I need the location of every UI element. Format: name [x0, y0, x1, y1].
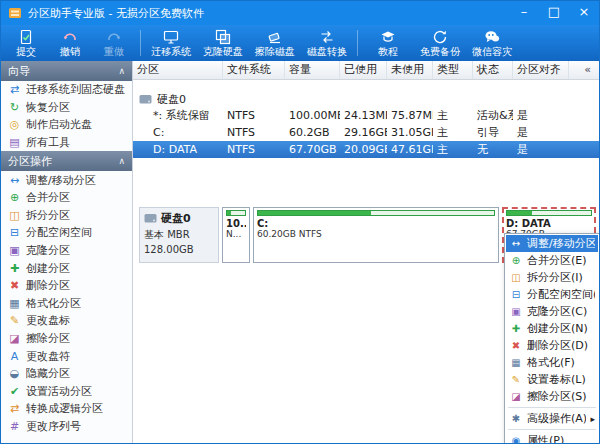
- sidebar-item-label: 所有工具: [26, 135, 70, 150]
- maximize-button[interactable]: □: [539, 1, 569, 25]
- sidebar-item-change-serial[interactable]: # 更改序列号: [1, 418, 132, 436]
- column-status[interactable]: 状态: [473, 61, 513, 79]
- partition-block-system-reserved[interactable]: 10... N...: [222, 207, 250, 263]
- split-partition-icon: ◫: [509, 272, 523, 283]
- menu-item-clone[interactable]: ▣ 克隆分区(C): [506, 303, 598, 320]
- column-type[interactable]: 类型: [433, 61, 473, 79]
- migrate-os-icon: [163, 29, 179, 45]
- column-capacity[interactable]: 容量: [285, 61, 340, 79]
- menu-item-resize-move[interactable]: ↔ 调整/移动分区(R): [506, 235, 598, 252]
- menu-item-delete[interactable]: ✖ 删除分区(D): [506, 337, 598, 354]
- free-backup-button[interactable]: 免费备份: [414, 26, 466, 60]
- menu-item-allocate-free-space[interactable]: ⊟ 分配空闲空间(Y): [506, 286, 598, 303]
- menu-item-label: 合并分区(E): [527, 253, 587, 268]
- commit-button[interactable]: 提交: [4, 26, 48, 60]
- usage-bar: [506, 210, 592, 216]
- menu-item-wipe[interactable]: ◪ 擦除分区(S): [506, 388, 598, 405]
- table-row-c[interactable]: C: NTFS 60.2GB 29.16GB 31.05GB 主 引导 是: [133, 124, 599, 141]
- sidebar-item-label: 更改盘标: [26, 313, 70, 328]
- disk-icon: [139, 94, 152, 105]
- sidebar-item-all-tools[interactable]: ▤ 所有工具: [1, 134, 132, 152]
- sidebar-item-set-active[interactable]: ✔ 设置活动分区: [1, 383, 132, 401]
- undo-button[interactable]: 撤销: [48, 26, 92, 60]
- sidebar-item-label: 更改盘符: [26, 349, 70, 364]
- create-partition-icon: ✚: [8, 262, 21, 275]
- sidebar-item-merge[interactable]: ⊕ 合并分区: [1, 189, 132, 207]
- sidebar-item-allocate-free-space[interactable]: ⊟ 分配空闲空间: [1, 224, 132, 242]
- cell-used: 20.09GB: [340, 141, 387, 158]
- partition-block-c[interactable]: C: 60.20GB NTFS: [253, 207, 499, 263]
- cell-alignment: 是: [513, 141, 569, 158]
- clone-disk-button[interactable]: 克隆硬盘: [197, 26, 249, 60]
- menu-item-advanced[interactable]: ✱ 高级操作(A) ▸: [506, 410, 598, 427]
- column-used[interactable]: 已使用: [340, 61, 387, 79]
- menu-item-label: 擦除分区(S): [527, 389, 587, 404]
- sidebar-section-wizard[interactable]: 向导 ∧: [1, 61, 132, 81]
- sidebar-item-split[interactable]: ◫ 拆分分区: [1, 207, 132, 225]
- commit-check-icon: [18, 29, 34, 45]
- wechat-button[interactable]: 微信容灾: [466, 26, 518, 60]
- column-unused[interactable]: 未使用: [387, 61, 433, 79]
- wipe-disk-button[interactable]: 擦除磁盘: [249, 26, 301, 60]
- menu-item-create[interactable]: ✚ 创建分区(N): [506, 320, 598, 337]
- tutorial-button[interactable]: 教程: [362, 26, 414, 60]
- sidebar-item-hide-partition[interactable]: ◒ 隐藏分区: [1, 365, 132, 383]
- commit-label: 提交: [16, 46, 36, 57]
- sidebar-item-label: 更改序列号: [26, 419, 81, 434]
- convert-disk-button[interactable]: 磁盘转换: [301, 26, 353, 60]
- sidebar-item-label: 删除分区: [26, 278, 70, 293]
- sidebar-item-convert-logical[interactable]: ⇄ 转换成逻辑分区: [1, 400, 132, 418]
- menu-item-merge[interactable]: ⊕ 合并分区(E): [506, 252, 598, 269]
- menu-item-set-label[interactable]: ✎ 设置卷标(L): [506, 371, 598, 388]
- table-row-system-reserved[interactable]: *: 系统保留 NTFS 100.00MB 24.13MB 75.87MB 主 …: [133, 107, 599, 124]
- menu-item-label: 拆分分区(I): [527, 270, 583, 285]
- sidebar-item-migrate-os-to-ssd[interactable]: ⇄ 迁移系统到固态硬盘: [1, 81, 132, 99]
- merge-partition-icon: ⊕: [509, 255, 523, 266]
- sidebar-item-label: 恢复分区: [26, 100, 70, 115]
- app-icon: [8, 6, 22, 20]
- migrate-os-label: 迁移系统: [151, 46, 191, 57]
- sidebar-item-wipe-partition[interactable]: ◪ 擦除分区: [1, 330, 132, 348]
- window-title: 分区助手专业版 - 无损分区免费软件: [28, 6, 204, 21]
- sidebar-section-partition-ops[interactable]: 分区操作 ∧: [1, 151, 132, 171]
- change-label-icon: ✎: [8, 314, 21, 327]
- sidebar-item-create-partition[interactable]: ✚ 创建分区: [1, 259, 132, 277]
- drive-letter-icon: A: [8, 350, 21, 363]
- allocate-space-icon: ⊟: [509, 289, 523, 300]
- sidebar-item-clone-partition[interactable]: ▣ 克隆分区: [1, 242, 132, 260]
- cell-type: 主: [433, 124, 473, 141]
- disk-info[interactable]: 硬盘0 基本 MBR 128.00GB: [139, 207, 219, 263]
- collapse-columns-button[interactable]: «: [569, 61, 599, 79]
- minimize-button[interactable]: –: [509, 1, 539, 25]
- tutorial-icon: [380, 29, 396, 45]
- close-button[interactable]: ×: [569, 1, 599, 25]
- column-filesystem[interactable]: 文件系统: [223, 61, 285, 79]
- redo-button[interactable]: 重做: [92, 26, 136, 60]
- table-row-d[interactable]: D: DATA NTFS 67.70GB 20.09GB 47.61GB 主 无…: [133, 141, 599, 158]
- sidebar-item-recover-partition[interactable]: ↻ 恢复分区: [1, 99, 132, 117]
- menu-item-split[interactable]: ◫ 拆分分区(I): [506, 269, 598, 286]
- disk-name: 硬盘0: [161, 211, 191, 226]
- sidebar-item-format-partition[interactable]: ▦ 格式化分区: [1, 295, 132, 313]
- menu-item-format[interactable]: ▦ 格式化(F): [506, 354, 598, 371]
- menu-item-label: 创建分区(N): [527, 321, 588, 336]
- column-partition[interactable]: 分区: [133, 61, 223, 79]
- sidebar-item-delete-partition[interactable]: ✖ 删除分区: [1, 277, 132, 295]
- sidebar-item-make-bootable-cd[interactable]: ◎ 制作启动光盘: [1, 116, 132, 134]
- menu-item-label: 高级操作(A): [527, 411, 586, 426]
- menu-item-properties[interactable]: ◉ 属性(P): [506, 432, 598, 444]
- migrate-os-button[interactable]: 迁移系统: [145, 26, 197, 60]
- merge-partition-icon: ⊕: [8, 191, 21, 204]
- usage-bar: [257, 210, 495, 216]
- column-alignment[interactable]: 分区对齐: [513, 61, 569, 79]
- undo-label: 撤销: [60, 46, 80, 57]
- sidebar-item-change-label[interactable]: ✎ 更改盘标: [1, 312, 132, 330]
- sidebar-item-resize-move[interactable]: ↔ 调整/移动分区: [1, 171, 132, 189]
- sidebar-item-label: 擦除分区: [26, 331, 70, 346]
- disk-group-row[interactable]: 硬盘0: [133, 91, 599, 107]
- wechat-icon: [484, 29, 500, 45]
- cell-unused: 75.87MB: [387, 107, 433, 124]
- toolbar-separator: [357, 30, 358, 56]
- sidebar-item-change-drive-letter[interactable]: A 更改盘符: [1, 347, 132, 365]
- clone-disk-label: 克隆硬盘: [203, 46, 243, 57]
